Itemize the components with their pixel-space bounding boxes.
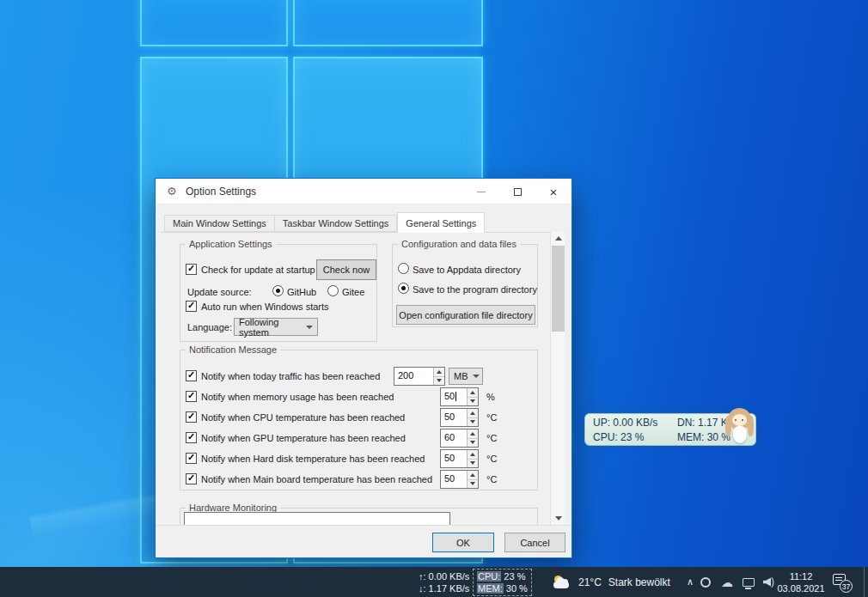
spin-up-button[interactable] <box>468 388 478 398</box>
notify-memory-label: Notify when memory usage has been reache… <box>201 387 394 406</box>
notify-disk-temp-checkbox[interactable] <box>186 453 197 464</box>
traffic-threshold-input[interactable]: 200 <box>394 367 445 386</box>
taskbar-net-speed[interactable]: ↑: 0.00 KB/s ↓: 1.17 KB/s <box>419 570 469 594</box>
save-appdata-radio[interactable] <box>398 263 409 274</box>
close-icon: × <box>550 186 558 198</box>
spin-down-button[interactable] <box>468 460 478 468</box>
chevron-down-icon <box>473 375 480 378</box>
spin-up-button[interactable] <box>468 450 478 460</box>
spin-down-button[interactable] <box>468 418 478 427</box>
minimize-icon <box>477 192 486 192</box>
language-label: Language: <box>187 321 232 333</box>
close-button[interactable]: × <box>535 179 572 204</box>
desktop[interactable]: ⚙ Option Settings × Main Window Settings… <box>0 0 868 597</box>
spin-down-button[interactable] <box>434 377 444 386</box>
wallpaper-pane <box>293 0 483 46</box>
tab-general-settings[interactable]: General Settings <box>397 212 485 233</box>
spin-up-button[interactable] <box>468 471 478 480</box>
notify-gpu-temp-label: Notify when GPU temperature has been rea… <box>201 429 406 448</box>
maximize-button[interactable] <box>499 179 535 204</box>
language-dropdown[interactable]: Following system <box>234 318 318 336</box>
tray-expand-button[interactable]: ∧ <box>683 567 697 597</box>
vertical-scrollbar[interactable] <box>550 232 565 525</box>
gpu-temp-threshold-input[interactable]: 60 <box>440 429 479 448</box>
notify-board-temp-label: Notify when Main board temperature has b… <box>201 470 432 489</box>
disk-temp-unit-label: °C <box>486 449 497 468</box>
wallpaper-pane <box>140 0 288 46</box>
notify-cpu-temp-label: Notify when CPU temperature has been rea… <box>201 408 405 427</box>
group-label: Application Settings <box>186 239 276 250</box>
board-temp-threshold-input[interactable]: 50 <box>440 470 479 489</box>
minimize-button[interactable] <box>463 179 499 204</box>
disk-temp-threshold-value: 50 <box>441 450 467 467</box>
gpu-temp-threshold-value: 60 <box>441 429 467 447</box>
tray-app-icon[interactable] <box>699 576 712 589</box>
taskbar[interactable]: ↑: 0.00 KB/s ↓: 1.17 KB/s CPU: 23 % MEM:… <box>0 567 868 597</box>
hardware-monitoring-group: Hardware Monitoring <box>180 508 538 525</box>
auto-run-checkbox[interactable] <box>186 301 197 312</box>
save-program-dir-label: Save to the program directory <box>413 283 537 295</box>
system-tray: ☁ <box>699 567 777 597</box>
spin-down-button[interactable] <box>468 439 478 448</box>
traffic-unit-value: MB <box>454 371 468 381</box>
spin-up-button[interactable] <box>468 409 478 418</box>
taskbar-clock[interactable]: 11:12 03.08.2021 <box>772 570 830 594</box>
board-temp-threshold-value: 50 <box>441 471 467 488</box>
spin-down-button[interactable] <box>468 480 478 489</box>
gpu-temp-unit-label: °C <box>486 429 497 448</box>
scroll-up-button[interactable] <box>551 232 565 245</box>
group-label: Notification Message <box>186 344 280 356</box>
check-update-label: Check for update at startup <box>201 264 315 276</box>
taskbar-cpu-label: CPU: <box>477 571 501 582</box>
update-source-gitee-radio[interactable] <box>327 285 339 296</box>
option-settings-window: ⚙ Option Settings × Main Window Settings… <box>155 178 572 558</box>
memory-unit-label: % <box>486 387 495 406</box>
ok-button[interactable]: OK <box>432 533 494 552</box>
spin-up-button[interactable] <box>468 429 478 439</box>
cpu-temp-threshold-input[interactable]: 50 <box>440 408 479 427</box>
widget-upload-speed: UP: 0.00 KB/s <box>593 416 677 430</box>
notify-memory-checkbox[interactable] <box>186 391 197 402</box>
tab-main-window-settings[interactable]: Main Window Settings <box>164 215 275 232</box>
notify-traffic-checkbox[interactable] <box>186 370 197 381</box>
action-center-button[interactable]: 37 <box>833 574 850 589</box>
memory-threshold-value: 50 <box>444 391 455 401</box>
group-label: Configuration and data files <box>398 239 520 250</box>
check-update-checkbox[interactable] <box>186 264 197 275</box>
traffic-monitor-widget[interactable]: UP: 0.00 KB/s DN: 1.17 KB/s CPU: 23 % ME… <box>584 413 756 446</box>
notify-traffic-row: Notify when today traffic has been reach… <box>180 367 537 386</box>
save-program-dir-radio[interactable] <box>398 283 409 294</box>
scroll-down-button[interactable] <box>551 512 565 525</box>
open-config-directory-button[interactable]: Open configuration file directory <box>396 305 535 325</box>
title-bar[interactable]: ⚙ Option Settings × <box>156 179 572 204</box>
show-desktop-button[interactable] <box>864 567 868 597</box>
network-icon[interactable] <box>742 576 755 589</box>
taskbar-cpu-mem[interactable]: CPU: 23 % MEM: 30 % <box>473 569 532 596</box>
taskbar-weather[interactable]: 21°C Stark bewölkt <box>553 567 670 597</box>
scrollbar-thumb[interactable] <box>552 246 565 332</box>
tab-taskbar-window-settings[interactable]: Taskbar Window Settings <box>275 215 398 232</box>
notify-gpu-temp-checkbox[interactable] <box>186 432 197 443</box>
spin-up-button[interactable] <box>434 368 444 377</box>
window-title: Option Settings <box>186 186 256 198</box>
disk-temp-threshold-input[interactable]: 50 <box>440 449 479 468</box>
chevron-down-icon <box>306 326 313 329</box>
gitee-radio-label: Gitee <box>342 286 364 298</box>
onedrive-cloud-icon[interactable]: ☁ <box>720 576 734 589</box>
update-source-github-radio[interactable] <box>272 285 284 296</box>
spin-down-button[interactable] <box>468 398 478 406</box>
clock-date: 03.08.2021 <box>772 582 830 594</box>
taskbar-mem-label: MEM: <box>477 583 504 594</box>
notify-cpu-temp-checkbox[interactable] <box>186 411 197 423</box>
cancel-button[interactable]: Cancel <box>504 533 565 552</box>
traffic-unit-dropdown[interactable]: MB <box>449 368 483 385</box>
widget-cpu-usage: CPU: 23 % <box>593 430 677 445</box>
auto-run-label: Auto run when Windows starts <box>201 301 329 313</box>
taskbar-cpu-value: 23 % <box>501 571 525 582</box>
check-now-button[interactable]: Check now <box>316 259 376 280</box>
hardware-monitoring-list[interactable] <box>184 512 450 525</box>
notify-cpu-temp-row: Notify when CPU temperature has been rea… <box>180 408 537 427</box>
notify-board-temp-checkbox[interactable] <box>186 473 197 484</box>
chevron-up-icon: ∧ <box>687 576 694 588</box>
memory-threshold-input[interactable]: 50 <box>440 387 479 406</box>
